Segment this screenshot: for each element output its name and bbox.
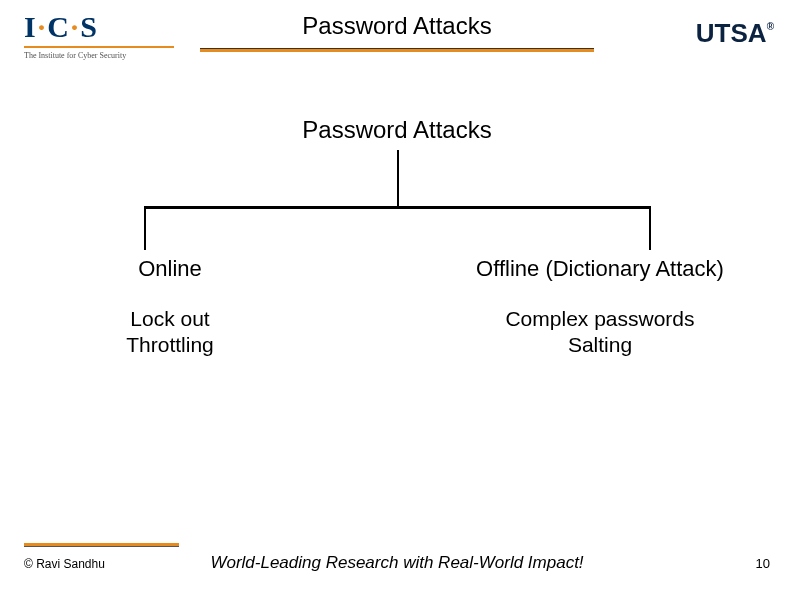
left-detail-1: Lock out [60, 306, 280, 332]
ics-logo: I·C·S The Institute for Cyber Security [24, 10, 174, 60]
utsa-logo-text: UTSA [696, 18, 767, 48]
page-number: 10 [756, 556, 770, 571]
utsa-logo: UTSA® [696, 18, 774, 49]
diagram-root-label: Password Attacks [0, 116, 794, 144]
diagram-left-branch: Online Lock out Throttling [60, 256, 280, 359]
slide-footer: © Ravi Sandhu World-Leading Research wit… [0, 545, 794, 585]
left-detail-2: Throttling [60, 332, 280, 358]
left-branch-details: Lock out Throttling [60, 306, 280, 359]
diagram-right-branch: Offline (Dictionary Attack) Complex pass… [430, 256, 770, 359]
slide-content: Password Attacks Online Lock out Throttl… [0, 78, 794, 548]
diagram-left-drop [144, 206, 146, 250]
diagram-crossbar [144, 206, 651, 209]
registered-icon: ® [767, 21, 774, 32]
diagram-right-drop [649, 206, 651, 250]
ics-logo-text: I·C·S [24, 10, 174, 44]
right-detail-1: Complex passwords [430, 306, 770, 332]
ics-logo-subtitle: The Institute for Cyber Security [24, 46, 174, 60]
diagram-stem [397, 150, 399, 206]
right-branch-details: Complex passwords Salting [430, 306, 770, 359]
left-branch-title: Online [60, 256, 280, 282]
title-underline [200, 48, 594, 52]
right-detail-2: Salting [430, 332, 770, 358]
right-branch-title: Offline (Dictionary Attack) [430, 256, 770, 282]
footer-tagline: World-Leading Research with Real-World I… [0, 553, 794, 573]
slide-title: Password Attacks [200, 12, 594, 40]
slide-header: I·C·S The Institute for Cyber Security P… [0, 0, 794, 78]
footer-accent-line [24, 543, 179, 547]
